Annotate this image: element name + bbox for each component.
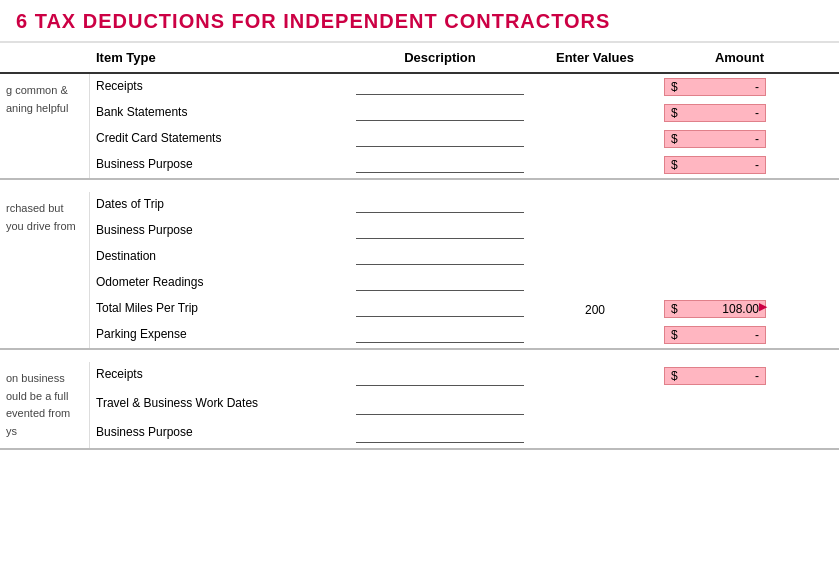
amount-value: - <box>755 369 759 383</box>
section-1: g common & aning helpful Receipts $ - Ba… <box>0 74 839 180</box>
value-cell: 200 <box>530 296 660 322</box>
desc-line-cell <box>350 74 530 100</box>
desc-line-cell <box>350 218 530 244</box>
amount-cell-empty <box>660 420 770 449</box>
dollar-sign: $ <box>671 106 678 120</box>
item-label: Travel & Business Work Dates <box>90 391 350 420</box>
desc-line-cell <box>350 192 530 218</box>
item-label: Bank Statements <box>90 100 350 126</box>
dollar-sign: $ <box>671 302 678 316</box>
amount-cell: $ - <box>660 100 770 126</box>
pink-amount: $ 108.00 ▶ <box>664 300 766 318</box>
section-3-note: on business ould be a full evented from … <box>0 362 90 448</box>
pink-amount: $ - <box>664 367 766 385</box>
section-gap-1 <box>0 180 839 192</box>
dollar-sign: $ <box>671 158 678 172</box>
section-3-rows: Receipts $ - Travel & Business Work Date… <box>90 362 839 448</box>
item-label: Dates of Trip <box>90 192 350 218</box>
item-label: Business Purpose <box>90 152 350 178</box>
amount-cell: $ - <box>660 152 770 178</box>
value-cell <box>530 244 660 270</box>
desc-line-cell <box>350 322 530 348</box>
dollar-sign: $ <box>671 132 678 146</box>
value-cell <box>530 322 660 348</box>
dollar-sign: $ <box>671 328 678 342</box>
desc-line-cell <box>350 391 530 420</box>
amount-value: 108.00 <box>722 302 759 316</box>
item-label: Parking Expense <box>90 322 350 348</box>
pink-amount: $ - <box>664 130 766 148</box>
value-cell <box>530 218 660 244</box>
item-label: Business Purpose <box>90 420 350 449</box>
col-header-enter-values: Enter Values <box>530 48 660 67</box>
col-header-amount: Amount <box>660 48 770 67</box>
amount-cell: $ - <box>660 322 770 348</box>
section-gap-2 <box>0 350 839 362</box>
amount-cell-empty <box>660 192 770 218</box>
value-cell <box>530 420 660 449</box>
item-label: Odometer Readings <box>90 270 350 296</box>
page-title: 6 TAX DEDUCTIONS FOR INDEPENDENT CONTRAC… <box>16 10 823 33</box>
section-2: rchased but you drive from Dates of Trip… <box>0 192 839 350</box>
value-cell <box>530 100 660 126</box>
desc-line-cell <box>350 296 530 322</box>
desc-line-cell <box>350 362 530 391</box>
amount-cell-empty <box>660 270 770 296</box>
item-label: Credit Card Statements <box>90 126 350 152</box>
amount-value: - <box>755 328 759 342</box>
desc-line-cell <box>350 244 530 270</box>
pink-amount: $ - <box>664 104 766 122</box>
value-cell <box>530 152 660 178</box>
col-header-1 <box>0 48 90 67</box>
amount-cell: $ - <box>660 74 770 100</box>
desc-line-cell <box>350 420 530 449</box>
amount-value: - <box>755 80 759 94</box>
desc-line-cell <box>350 152 530 178</box>
value-cell <box>530 74 660 100</box>
col-header-item-type: Item Type <box>90 48 350 67</box>
value-cell <box>530 391 660 420</box>
item-label: Total Miles Per Trip <box>90 296 350 322</box>
col-header-description: Description <box>350 48 530 67</box>
amount-cell: $ 108.00 ▶ <box>660 296 770 322</box>
amount-value: - <box>755 106 759 120</box>
desc-line-cell <box>350 126 530 152</box>
amount-value: - <box>755 132 759 146</box>
pink-amount: $ - <box>664 156 766 174</box>
amount-cell-empty <box>660 218 770 244</box>
dollar-sign: $ <box>671 369 678 383</box>
pink-amount: $ - <box>664 326 766 344</box>
section-1-rows: Receipts $ - Bank Statements $ - Credit … <box>90 74 839 178</box>
section-1-note: g common & aning helpful <box>0 74 90 178</box>
column-headers: Item Type Description Enter Values Amoun… <box>0 43 839 74</box>
amount-cell: $ - <box>660 126 770 152</box>
desc-line-cell <box>350 100 530 126</box>
desc-line-cell <box>350 270 530 296</box>
page-header: 6 TAX DEDUCTIONS FOR INDEPENDENT CONTRAC… <box>0 0 839 43</box>
value-cell <box>530 126 660 152</box>
amount-cell-empty <box>660 391 770 420</box>
item-label: Receipts <box>90 74 350 100</box>
section-3: on business ould be a full evented from … <box>0 362 839 450</box>
value-cell <box>530 362 660 391</box>
value-cell <box>530 192 660 218</box>
item-label: Receipts <box>90 362 350 391</box>
item-label: Business Purpose <box>90 218 350 244</box>
section-2-note: rchased but you drive from <box>0 192 90 348</box>
pink-amount: $ - <box>664 78 766 96</box>
amount-value: - <box>755 158 759 172</box>
section-2-rows: Dates of Trip Business Purpose Destinati… <box>90 192 839 348</box>
item-label: Destination <box>90 244 350 270</box>
dollar-sign: $ <box>671 80 678 94</box>
amount-cell: $ - <box>660 362 770 391</box>
amount-cell-empty <box>660 244 770 270</box>
value-cell <box>530 270 660 296</box>
